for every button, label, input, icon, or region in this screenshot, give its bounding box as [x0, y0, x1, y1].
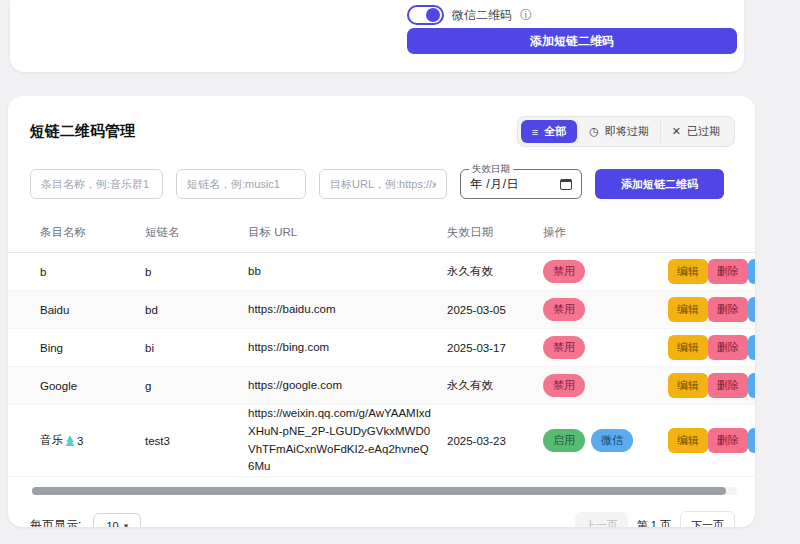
qrcode-button[interactable]: 二维码	[748, 259, 755, 284]
info-icon[interactable]: ⓘ	[520, 7, 532, 24]
page-title: 短链二维码管理	[30, 122, 135, 141]
entry-name-text: 音乐	[40, 433, 63, 448]
expiry-date-value: 年 /月/日	[470, 176, 519, 193]
target-url-cell: https://bing.com	[248, 339, 447, 357]
toggle-knob	[426, 8, 440, 22]
delete-button[interactable]: 删除	[708, 373, 748, 398]
target-url-cell: https://weixin.qq.com/g/AwYAAMIxdXHuN-pN…	[248, 405, 447, 476]
edit-button[interactable]: 编辑	[668, 373, 708, 398]
status-cell: 禁用	[543, 374, 668, 397]
entry-name-text: Bing	[40, 342, 63, 354]
status-cell: 启用微信	[543, 429, 668, 452]
wechat-qr-toggle-row: 微信二维码 ⓘ	[407, 5, 532, 25]
delete-button[interactable]: 删除	[708, 428, 748, 453]
per-page-select[interactable]: 10 ▾	[93, 513, 141, 527]
wechat-qr-toggle[interactable]	[407, 5, 444, 25]
actions-cell: 编辑删除二维码	[668, 373, 755, 398]
entry-name-cell: b	[8, 266, 145, 278]
qr-table: 条目名称短链名目标 URL失效日期操作 bbbb永久有效禁用编辑删除二维码Bai…	[8, 217, 755, 477]
status-filter-group: ≡全部◷即将过期✕已过期	[517, 116, 735, 147]
delete-button[interactable]: 删除	[708, 259, 748, 284]
delete-button[interactable]: 删除	[708, 297, 748, 322]
filter-label: 全部	[544, 124, 566, 139]
slug-cell: g	[145, 380, 248, 392]
actions-cell: 编辑删除二维码	[668, 335, 755, 360]
target-url-input[interactable]	[319, 169, 447, 199]
table-header-row: 条目名称短链名目标 URL失效日期操作	[8, 217, 755, 253]
qrcode-button[interactable]: 二维码	[748, 373, 755, 398]
actions-cell: 编辑删除二维码	[668, 259, 755, 284]
entry-name-input[interactable]	[30, 169, 163, 199]
qrcode-button[interactable]: 二维码	[748, 335, 755, 360]
slug-cell: bd	[145, 304, 248, 316]
pagination: 上一页 第 1 页 下一页	[575, 511, 735, 527]
slug-cell: b	[145, 266, 248, 278]
per-page-control: 每页显示: 10 ▾	[30, 513, 141, 527]
qrcode-button[interactable]: 二维码	[748, 428, 755, 453]
table-row: 音乐3test3https://weixin.qq.com/g/AwYAAMIx…	[8, 405, 755, 477]
target-url-cell: bb	[248, 263, 447, 281]
clock-icon: ◷	[589, 125, 599, 138]
toggle-status-button[interactable]: 禁用	[543, 374, 585, 397]
entry-name-text: b	[40, 266, 46, 278]
expiry-cell: 2025-03-05	[447, 304, 543, 316]
edit-button[interactable]: 编辑	[668, 335, 708, 360]
toggle-status-button[interactable]: 禁用	[543, 298, 585, 321]
edit-button[interactable]: 编辑	[668, 297, 708, 322]
entry-name-suffix: 3	[77, 435, 83, 447]
toggle-status-button[interactable]: 启用	[543, 429, 585, 452]
actions-cell: 编辑删除二维码	[668, 297, 755, 322]
expiry-date-input[interactable]: 失效日期 年 /月/日	[460, 169, 582, 199]
close-icon: ✕	[672, 125, 681, 138]
filter-bar: 失效日期 年 /月/日 添加短链二维码	[8, 147, 755, 199]
menu-icon: ≡	[532, 126, 538, 138]
column-header: 操作	[543, 225, 668, 240]
horizontal-scrollbar-track	[32, 487, 737, 495]
table-footer: 每页显示: 10 ▾ 上一页 第 1 页 下一页	[8, 495, 755, 527]
next-page-button[interactable]: 下一页	[680, 511, 735, 527]
filter-即将过期[interactable]: ◷即将过期	[577, 120, 660, 143]
column-header: 条目名称	[8, 225, 145, 240]
status-cell: 禁用	[543, 298, 668, 321]
per-page-label: 每页显示:	[30, 517, 81, 527]
card-header: 短链二维码管理 ≡全部◷即将过期✕已过期	[8, 96, 755, 147]
delete-button[interactable]: 删除	[708, 335, 748, 360]
edit-button[interactable]: 编辑	[668, 259, 708, 284]
qr-form-card: 微信二维码 ⓘ 添加短链二维码	[10, 0, 744, 72]
table-row: Googleghttps://google.com永久有效禁用编辑删除二维码	[8, 367, 755, 405]
entry-name-cell: 音乐3	[8, 433, 145, 448]
qrcode-button[interactable]: 二维码	[748, 297, 755, 322]
expiry-cell: 2025-03-23	[447, 435, 543, 447]
entry-name-text: Google	[40, 380, 77, 392]
horizontal-scrollbar-thumb[interactable]	[32, 487, 726, 495]
filter-label: 即将过期	[605, 124, 649, 139]
add-qr-submit-button[interactable]: 添加短链二维码	[407, 28, 737, 54]
target-url-cell: https://baidu.com	[248, 301, 447, 319]
expiry-cell: 2025-03-17	[447, 342, 543, 354]
current-page-label: 第 1 页	[637, 518, 671, 527]
slug-cell: bi	[145, 342, 248, 354]
filter-all[interactable]: ≡全部	[521, 120, 577, 143]
wechat-qr-toggle-label: 微信二维码	[452, 7, 512, 24]
expiry-cell: 永久有效	[447, 264, 543, 279]
tree-icon	[65, 435, 75, 446]
actions-cell: 编辑删除二维码	[668, 428, 755, 453]
status-cell: 禁用	[543, 260, 668, 283]
calendar-icon[interactable]	[560, 179, 572, 190]
wechat-tag: 微信	[591, 429, 633, 452]
column-header: 失效日期	[447, 225, 543, 240]
prev-page-button[interactable]: 上一页	[575, 512, 628, 527]
column-header: 目标 URL	[248, 225, 447, 240]
qr-management-card: 短链二维码管理 ≡全部◷即将过期✕已过期 失效日期 年 /月/日 添加短链二维码…	[8, 96, 755, 527]
toggle-status-button[interactable]: 禁用	[543, 336, 585, 359]
entry-name-cell: Google	[8, 380, 145, 392]
entry-name-cell: Baidu	[8, 304, 145, 316]
target-url-cell: https://google.com	[248, 377, 447, 395]
add-qr-button[interactable]: 添加短链二维码	[595, 169, 724, 199]
per-page-value: 10	[106, 520, 118, 527]
slug-input[interactable]	[176, 169, 306, 199]
toggle-status-button[interactable]: 禁用	[543, 260, 585, 283]
edit-button[interactable]: 编辑	[668, 428, 708, 453]
filter-已过期[interactable]: ✕已过期	[660, 120, 731, 143]
filter-label: 已过期	[687, 124, 720, 139]
